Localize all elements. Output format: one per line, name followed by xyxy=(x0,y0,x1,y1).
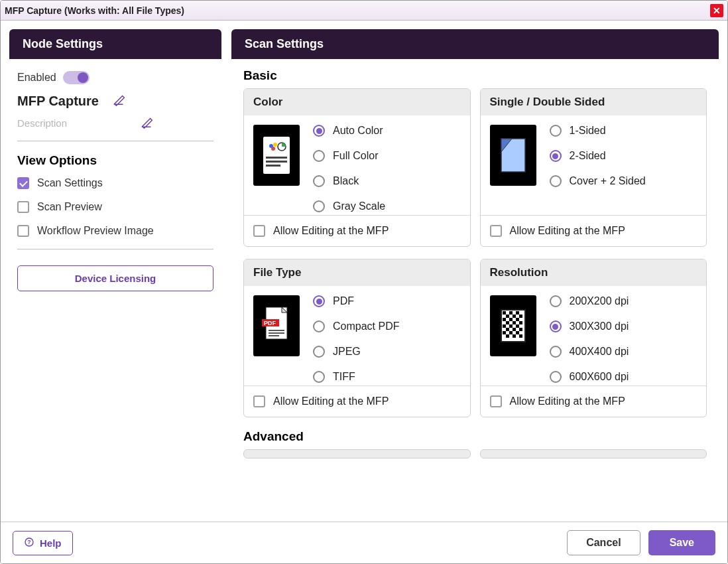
radio-200-dpi[interactable]: 200X200 dpi xyxy=(550,295,629,307)
radio-pdf[interactable]: PDF xyxy=(313,295,399,307)
file-type-card-title: File Type xyxy=(244,259,470,286)
save-button[interactable]: Save xyxy=(648,530,715,555)
radio-1-sided[interactable]: 1-Sided xyxy=(550,125,646,137)
titlebar: MFP Capture (Works with: All File Types)… xyxy=(1,1,727,21)
checkbox-icon xyxy=(253,395,265,407)
file-type-allow-edit-row[interactable]: Allow Editing at the MFP xyxy=(244,386,470,417)
basic-row-1: Color Auto Color Full Color Black Gray S… xyxy=(243,88,707,247)
dialog-window: MFP Capture (Works with: All File Types)… xyxy=(0,0,728,564)
device-licensing-button[interactable]: Device Licensing xyxy=(17,265,213,291)
radio-label: PDF xyxy=(333,295,354,307)
divider xyxy=(17,249,213,249)
radio-label: Compact PDF xyxy=(333,320,399,332)
view-option-scan-preview[interactable]: Scan Preview xyxy=(17,201,213,213)
radio-gray-scale[interactable]: Gray Scale xyxy=(313,200,385,212)
svg-rect-6 xyxy=(266,161,287,163)
scan-settings-header: Scan Settings xyxy=(231,29,719,59)
radio-2-sided[interactable]: 2-Sided xyxy=(550,150,646,162)
svg-text:PDF: PDF xyxy=(264,320,276,326)
view-option-label: Scan Preview xyxy=(37,201,102,213)
radio-icon xyxy=(313,125,325,137)
help-icon: ? xyxy=(24,537,34,549)
view-options-header: View Options xyxy=(17,153,213,168)
svg-rect-34 xyxy=(503,331,506,334)
view-option-label: Scan Settings xyxy=(37,177,103,189)
color-allow-edit-row[interactable]: Allow Editing at the MFP xyxy=(244,215,470,246)
radio-icon xyxy=(550,150,562,162)
edit-description-icon[interactable] xyxy=(140,115,154,131)
close-icon[interactable]: ✕ xyxy=(710,4,723,17)
file-type-thumbnail-icon: PDF xyxy=(253,295,300,356)
svg-rect-19 xyxy=(506,315,509,318)
radio-label: 2-Sided xyxy=(570,150,606,162)
radio-300-dpi[interactable]: 300X300 dpi xyxy=(550,320,629,332)
help-label: Help xyxy=(40,537,62,549)
svg-rect-37 xyxy=(506,334,509,338)
radio-black[interactable]: Black xyxy=(313,175,385,187)
radio-cover-2-sided[interactable]: Cover + 2 Sided xyxy=(550,175,646,187)
color-options: Auto Color Full Color Black Gray Scale xyxy=(313,125,385,212)
svg-rect-39 xyxy=(519,334,522,338)
cancel-button[interactable]: Cancel xyxy=(567,530,640,555)
allow-edit-label: Allow Editing at the MFP xyxy=(273,395,389,407)
view-option-scan-settings[interactable]: Scan Settings xyxy=(17,177,213,189)
divider xyxy=(17,141,213,141)
svg-rect-16 xyxy=(503,311,506,315)
node-name-row: MFP Capture xyxy=(17,92,213,109)
window-title: MFP Capture (Works with: All File Types) xyxy=(5,5,184,16)
checkbox-icon xyxy=(490,395,502,407)
radio-auto-color[interactable]: Auto Color xyxy=(313,125,385,137)
view-option-label: Workflow Preview Image xyxy=(37,225,154,237)
edit-name-icon[interactable] xyxy=(112,92,127,109)
radio-label: Full Color xyxy=(333,150,378,162)
svg-rect-21 xyxy=(519,315,522,318)
svg-rect-22 xyxy=(503,318,506,321)
svg-rect-32 xyxy=(513,328,516,331)
help-button[interactable]: ? Help xyxy=(13,531,73,555)
svg-rect-23 xyxy=(509,318,513,321)
allow-edit-label: Allow Editing at the MFP xyxy=(510,225,625,237)
color-card: Color Auto Color Full Color Black Gray S… xyxy=(243,88,471,247)
svg-rect-38 xyxy=(513,334,516,338)
description-placeholder[interactable]: Description xyxy=(17,117,67,129)
svg-rect-33 xyxy=(519,328,522,331)
file-type-card-body: PDF PDF Compact PDF JPEG TIFF xyxy=(244,286,470,386)
checkbox-icon xyxy=(17,177,29,189)
svg-point-3 xyxy=(271,147,275,151)
basic-row-2: File Type PDF PDF Compact PDF JPEG TIFF xyxy=(243,259,707,417)
svg-rect-27 xyxy=(519,321,522,324)
radio-label: 600X600 dpi xyxy=(570,371,629,383)
radio-icon xyxy=(550,175,562,187)
advanced-card-peek xyxy=(480,449,707,458)
resolution-card-body: 200X200 dpi 300X300 dpi 400X400 dpi 600X… xyxy=(481,286,707,386)
radio-600-dpi[interactable]: 600X600 dpi xyxy=(550,371,629,383)
enabled-toggle[interactable] xyxy=(63,71,90,84)
radio-full-color[interactable]: Full Color xyxy=(313,150,385,162)
resolution-card-title: Resolution xyxy=(481,259,707,286)
radio-icon xyxy=(550,125,562,137)
radio-tiff[interactable]: TIFF xyxy=(313,371,399,383)
radio-compact-pdf[interactable]: Compact PDF xyxy=(313,320,399,332)
svg-rect-17 xyxy=(509,311,513,315)
checkbox-icon xyxy=(490,225,502,237)
svg-rect-35 xyxy=(509,331,513,334)
sides-allow-edit-row[interactable]: Allow Editing at the MFP xyxy=(481,215,707,246)
radio-jpeg[interactable]: JPEG xyxy=(313,346,399,358)
checkbox-icon xyxy=(17,225,29,237)
sides-thumbnail-icon xyxy=(490,125,536,186)
resolution-allow-edit-row[interactable]: Allow Editing at the MFP xyxy=(481,386,707,417)
radio-icon xyxy=(550,346,562,358)
svg-rect-25 xyxy=(506,321,509,324)
checkbox-icon xyxy=(17,201,29,213)
sides-options: 1-Sided 2-Sided Cover + 2 Sided xyxy=(550,125,646,212)
node-settings-body: Enabled MFP Capture Description xyxy=(9,59,221,303)
advanced-card-peek xyxy=(243,449,471,458)
radio-label: JPEG xyxy=(333,346,361,358)
svg-rect-20 xyxy=(513,315,516,318)
radio-400-dpi[interactable]: 400X400 dpi xyxy=(550,346,629,358)
checkbox-icon xyxy=(253,225,265,237)
view-option-workflow-preview-image[interactable]: Workflow Preview Image xyxy=(17,225,213,237)
file-type-card: File Type PDF PDF Compact PDF JPEG TIFF xyxy=(243,259,471,417)
basic-header: Basic xyxy=(243,68,707,83)
svg-rect-13 xyxy=(269,332,284,334)
